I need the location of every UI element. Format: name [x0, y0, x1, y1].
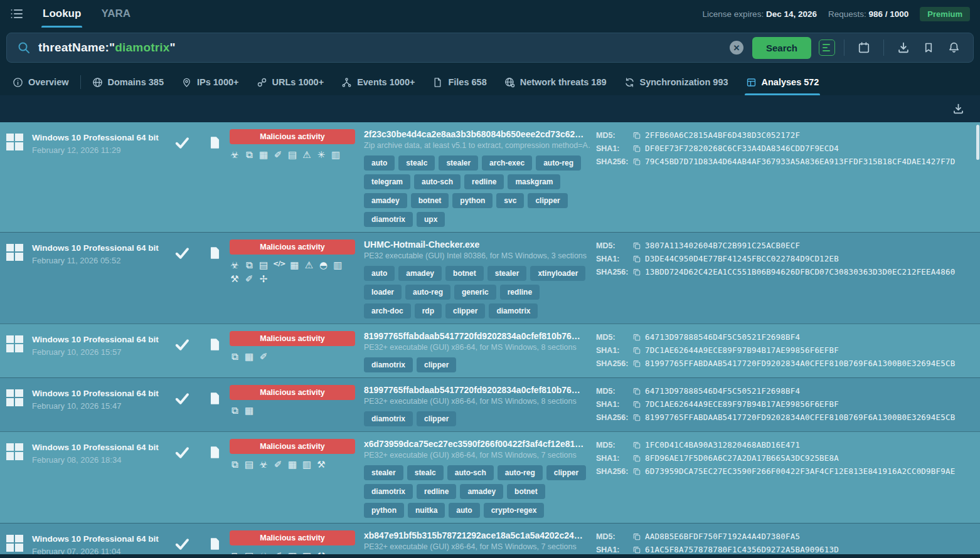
tag-diamotrix[interactable]: diamotrix	[364, 411, 413, 426]
tab-domains[interactable]: Domains 385	[83, 69, 173, 95]
copy-icon[interactable]	[632, 441, 641, 450]
copy-icon[interactable]	[632, 400, 641, 409]
tab-synchronization[interactable]: Synchronization 993	[615, 69, 737, 95]
md5-value[interactable]: 2FFB60A6C2815A4BF6D438D3C052172F	[645, 130, 800, 140]
tag-upx[interactable]: upx	[417, 212, 445, 227]
download-icon[interactable]	[893, 37, 914, 58]
copy-icon[interactable]	[632, 387, 641, 396]
calendar-icon[interactable]	[853, 37, 875, 58]
search-button[interactable]: Search	[752, 37, 811, 59]
menu-icon[interactable]	[6, 0, 28, 28]
tab-overview[interactable]: Overview	[4, 69, 78, 95]
copy-icon[interactable]	[632, 467, 641, 476]
copy-icon[interactable]	[632, 268, 641, 276]
tag-python[interactable]: python	[452, 193, 493, 208]
file-name[interactable]: UHMC-Hotmail-Checker.exe	[364, 240, 590, 250]
clear-search-icon[interactable]: ✕	[730, 41, 743, 55]
tag-arch-doc[interactable]: arch-doc	[364, 303, 411, 318]
tag-clipper[interactable]: clipper	[417, 357, 456, 372]
tag-diamotrix[interactable]: diamotrix	[364, 484, 413, 499]
md5-value[interactable]: 3807A113402604B7C2B991C25ACB0ECF	[645, 241, 800, 250]
sha256-value[interactable]: 13BDD724D62C42EA1CC551B06B94626DFBCD07C3…	[645, 267, 955, 276]
sha1-value[interactable]: DF0EF73F72820268C6CF33A4DA8346CDD7F9ECD4	[645, 144, 839, 153]
sha256-value[interactable]: 81997765FFABDAAB5417720FD9202834A0CFEF81…	[645, 413, 955, 422]
tab-lookup[interactable]: Lookup	[33, 0, 91, 28]
tag-stealer[interactable]: stealer	[487, 266, 527, 281]
copy-icon[interactable]	[632, 346, 641, 355]
export-download-icon[interactable]	[947, 98, 969, 120]
file-name[interactable]: 2f23c30be4d4ca2e8aa3b3b68084b650eee2cd73…	[364, 129, 590, 139]
sha1-value[interactable]: 8FD96AE17F5D06A6C27A2DA17B665A3DC925BE8A	[645, 453, 839, 463]
file-name[interactable]: 81997765ffabdaab5417720fd9202834a0cfef81…	[364, 385, 590, 395]
tab-network-threats[interactable]: Network threats 189	[496, 69, 615, 95]
tag-auto-reg[interactable]: auto-reg	[405, 285, 450, 300]
file-name[interactable]: xb847e91bf5b315b78721292ace18a5c1a5a4202…	[364, 530, 590, 540]
tab-files[interactable]: Files 658	[423, 69, 495, 95]
tab-analyses[interactable]: Analyses 572	[737, 69, 828, 95]
tag-botnet[interactable]: botnet	[507, 484, 545, 499]
copy-icon[interactable]	[632, 545, 641, 554]
tag-stealer[interactable]: stealer	[364, 465, 403, 480]
tag-amadey[interactable]: amadey	[364, 193, 407, 208]
sha1-value[interactable]: D3DE44C950D4E77BF41245FBCC022784D9CD12EB	[645, 254, 839, 263]
tag-amadey[interactable]: amadey	[460, 484, 503, 499]
tag-clipper[interactable]: clipper	[417, 411, 456, 426]
tag-loader[interactable]: loader	[364, 285, 402, 300]
copy-icon[interactable]	[632, 413, 641, 422]
tag-stealc[interactable]: stealc	[398, 155, 435, 171]
copy-icon[interactable]	[632, 255, 641, 263]
tab-events[interactable]: Events 1000+	[333, 69, 423, 95]
copy-icon[interactable]	[632, 144, 641, 153]
sha1-value[interactable]: 61AC5F8A757878780F1C4356D9272A5BA909613D	[645, 545, 839, 554]
sha1-value[interactable]: 7DC1AE62644A9ECE89F97B94B17AE99856F6EFBF	[645, 399, 839, 409]
tag-redline[interactable]: redline	[464, 174, 504, 189]
tag-stealc[interactable]: stealc	[407, 465, 444, 480]
analysis-row[interactable]: Windows 10 Professional 64 bitFebruary 0…	[0, 523, 980, 554]
tag-svc[interactable]: svc	[496, 193, 524, 208]
tag-auto-reg[interactable]: auto-reg	[498, 465, 543, 480]
md5-value[interactable]: AAD8B5E6BFDF750F7192A4A4D7380FA5	[645, 532, 800, 541]
tab-ips[interactable]: IPs 1000+	[173, 69, 248, 95]
notifications-bell-icon[interactable]	[943, 37, 964, 58]
sha256-value[interactable]: 81997765FFABDAAB5417720FD9202834A0CFEF81…	[645, 359, 955, 368]
tag-amadey[interactable]: amadey	[398, 266, 442, 281]
analysis-row[interactable]: Windows 10 Professional 64 bitFebruary 0…	[0, 431, 980, 523]
sha1-value[interactable]: 7DC1AE62644A9ECE89F97B94B17AE99856F6EFBF	[645, 345, 839, 355]
tag-diamotrix[interactable]: diamotrix	[364, 357, 413, 372]
tag-xtinyloader[interactable]: xtinyloader	[530, 266, 585, 281]
tag-arch-exec[interactable]: arch-exec	[482, 155, 532, 171]
md5-value[interactable]: 1FC0D41C4BA90A312820468ABD16E471	[645, 440, 800, 450]
tag-maskgram[interactable]: maskgram	[508, 174, 560, 189]
tag-redline[interactable]: redline	[417, 484, 456, 499]
md5-value[interactable]: 64713D97888546D4F5C50521F2698BF4	[645, 386, 800, 396]
tag-clipper[interactable]: clipper	[546, 465, 586, 480]
file-name[interactable]: 81997765ffabdaab5417720fd9202834a0cfef81…	[364, 331, 590, 341]
copy-icon[interactable]	[632, 157, 641, 166]
tag-auto[interactable]: auto	[364, 155, 395, 171]
tag-redline[interactable]: redline	[500, 285, 540, 300]
tag-clipper[interactable]: clipper	[528, 193, 567, 208]
tag-crypto-regex[interactable]: crypto-regex	[484, 503, 545, 518]
copy-icon[interactable]	[632, 359, 641, 368]
copy-icon[interactable]	[632, 131, 641, 140]
copy-icon[interactable]	[632, 241, 641, 250]
md5-value[interactable]: 64713D97888546D4F5C50521F2698BF4	[645, 332, 800, 342]
tag-botnet[interactable]: botnet	[445, 266, 484, 281]
copy-icon[interactable]	[632, 454, 641, 463]
analysis-row[interactable]: Windows 10 Professional 64 bitFebruary 1…	[0, 324, 980, 377]
search-query[interactable]: threatName:"diamotrix"	[38, 41, 176, 55]
tag-telegram[interactable]: telegram	[364, 174, 410, 189]
tag-clipper[interactable]: clipper	[445, 303, 485, 318]
scrollbar-thumb[interactable]	[976, 125, 979, 160]
file-name[interactable]: x6d73959dca75ec27ec3590f266f00422f3af4cf…	[364, 439, 590, 449]
tag-stealer[interactable]: stealer	[439, 155, 478, 171]
sha256-value[interactable]: 79C45BD7D71D83A4D64AB4AF367933A5A836EA91…	[645, 157, 955, 166]
tag-rdp[interactable]: rdp	[415, 303, 442, 318]
tag-auto[interactable]: auto	[364, 266, 395, 281]
analysis-row[interactable]: Windows 10 Professional 64 bitFebruary 1…	[0, 232, 980, 324]
tag-python[interactable]: python	[364, 503, 404, 518]
copy-icon[interactable]	[632, 532, 641, 541]
search-input[interactable]: threatName:"diamotrix" ✕ Search	[6, 33, 974, 63]
copy-icon[interactable]	[632, 333, 641, 342]
tag-botnet[interactable]: botnet	[411, 193, 449, 208]
